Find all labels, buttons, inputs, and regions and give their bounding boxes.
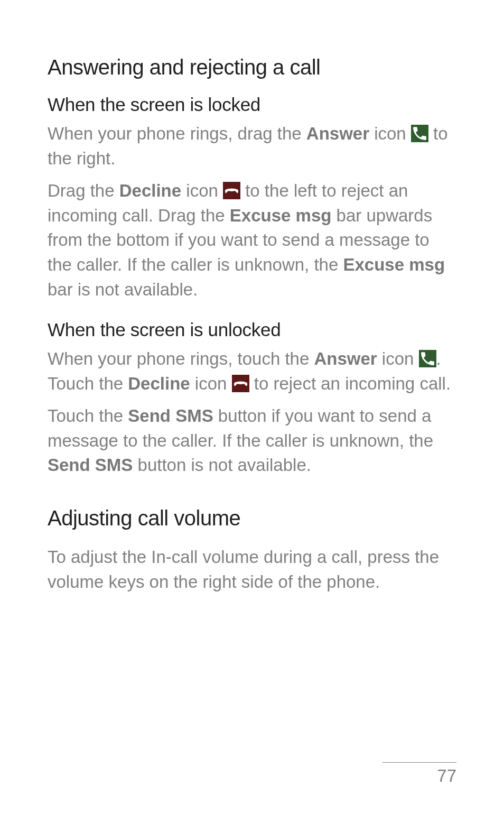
- paragraph-locked-decline: Drag the Decline icon to the left to rej…: [48, 179, 456, 302]
- paragraph-unlocked-answer-decline: When your phone rings, touch the Answer …: [48, 347, 456, 396]
- text: icon: [369, 124, 411, 143]
- paragraph-volume: To adjust the In-call volume during a ca…: [48, 545, 456, 595]
- answer-icon: [411, 125, 428, 142]
- paragraph-unlocked-send-sms: Touch the Send SMS button if you want to…: [48, 404, 456, 478]
- bold-decline: Decline: [119, 181, 181, 200]
- text: bar is not available.: [48, 280, 198, 299]
- text: When your phone rings, drag the: [48, 124, 306, 143]
- answer-icon: [419, 350, 436, 367]
- text: Touch the: [48, 406, 128, 426]
- decline-icon: [223, 182, 240, 199]
- heading-answering-rejecting: Answering and rejecting a call: [48, 56, 456, 79]
- bold-answer-2: Answer: [314, 349, 377, 368]
- page-footer: 77: [382, 762, 456, 786]
- page-number: 77: [382, 766, 456, 786]
- bold-send-sms-2: Send SMS: [48, 455, 133, 475]
- bold-answer: Answer: [306, 124, 369, 143]
- text: icon: [181, 181, 223, 200]
- paragraph-locked-answer: When your phone rings, drag the Answer i…: [48, 122, 456, 171]
- decline-icon: [232, 375, 249, 392]
- text: Drag the: [48, 181, 119, 200]
- page: Answering and rejecting a call When the …: [0, 0, 504, 823]
- footer-divider: [382, 762, 456, 763]
- subheading-screen-unlocked: When the screen is unlocked: [48, 319, 456, 340]
- text: icon: [190, 374, 232, 393]
- bold-excuse-msg-1: Excuse msg: [230, 206, 332, 225]
- heading-adjusting-volume: Adjusting call volume: [48, 506, 456, 530]
- text: icon: [377, 349, 419, 368]
- text: When your phone rings, touch the: [48, 349, 314, 368]
- bold-excuse-msg-2: Excuse msg: [343, 255, 445, 274]
- bold-decline-2: Decline: [128, 374, 190, 393]
- text: to reject an incoming call.: [249, 374, 451, 393]
- subheading-screen-locked: When the screen is locked: [48, 94, 456, 115]
- bold-send-sms-1: Send SMS: [128, 406, 213, 426]
- text: button is not available.: [133, 455, 311, 475]
